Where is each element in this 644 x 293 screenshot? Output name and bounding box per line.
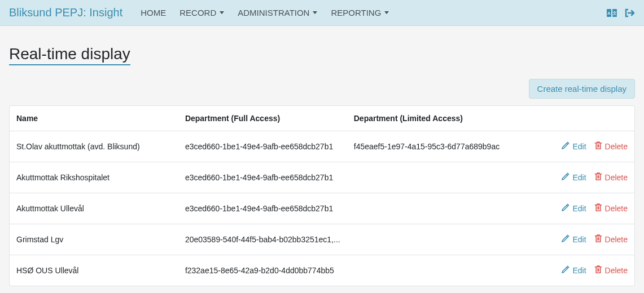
nav-reporting[interactable]: REPORTING bbox=[324, 5, 396, 21]
table-row: Akuttmottak Ullevåle3ced660-1be1-49e4-9a… bbox=[10, 193, 634, 224]
cell-limited-access bbox=[347, 255, 516, 286]
cell-name: Grimstad Lgv bbox=[10, 224, 178, 255]
nav-administration[interactable]: ADMINISTRATION bbox=[231, 5, 324, 21]
cell-full-access: f232ae15-8e65-42a9-b2d0-4dd0bb774bb5 bbox=[178, 255, 347, 286]
cell-full-access: e3ced660-1be1-49e4-9afb-ee658dcb27b1 bbox=[178, 162, 347, 193]
trash-icon bbox=[594, 265, 602, 276]
edit-icon bbox=[561, 234, 569, 245]
chevron-down-icon bbox=[220, 11, 224, 14]
cell-actions: EditDelete bbox=[516, 162, 634, 193]
edit-label: Edit bbox=[572, 266, 586, 275]
edit-label: Edit bbox=[572, 142, 586, 151]
brand[interactable]: Bliksund PEPJ: Insight bbox=[9, 6, 122, 19]
delete-button[interactable]: Delete bbox=[594, 265, 628, 276]
delete-button[interactable]: Delete bbox=[594, 203, 628, 214]
nav-administration-label: ADMINISTRATION bbox=[238, 8, 309, 17]
edit-icon bbox=[561, 203, 569, 214]
nav-record[interactable]: RECORD bbox=[173, 5, 231, 21]
header-actions bbox=[516, 106, 634, 131]
edit-label: Edit bbox=[572, 173, 586, 182]
nav-home-label: HOME bbox=[141, 8, 166, 17]
cell-actions: EditDelete bbox=[516, 255, 634, 286]
trash-icon bbox=[594, 172, 602, 183]
delete-label: Delete bbox=[605, 266, 628, 275]
nav-record-label: RECORD bbox=[179, 8, 216, 17]
svg-text:文: 文 bbox=[612, 11, 617, 16]
header-name: Name bbox=[10, 106, 178, 131]
cell-full-access: 20e03589-540f-44f5-bab4-b02bb3251ec1,... bbox=[178, 224, 347, 255]
chevron-down-icon bbox=[384, 11, 389, 14]
delete-label: Delete bbox=[605, 235, 628, 244]
chevron-down-icon bbox=[313, 11, 317, 14]
table-panel: Name Department (Full Access) Department… bbox=[9, 105, 635, 286]
edit-icon bbox=[561, 172, 569, 183]
cell-full-access: e3ced660-1be1-49e4-9afb-ee658dcb27b1 bbox=[178, 131, 347, 162]
delete-label: Delete bbox=[605, 204, 628, 213]
navbar: Bliksund PEPJ: Insight HOME RECORD ADMIN… bbox=[0, 0, 644, 26]
nav-right: A 文 bbox=[607, 8, 635, 17]
cell-limited-access: f45eaef5-1e97-4a15-95c3-6d77a689b9ac bbox=[347, 131, 516, 162]
delete-label: Delete bbox=[605, 142, 628, 151]
cell-limited-access bbox=[347, 193, 516, 224]
cell-actions: EditDelete bbox=[516, 193, 634, 224]
nav-items: HOME RECORD ADMINISTRATION REPORTING bbox=[134, 5, 607, 21]
edit-icon bbox=[561, 265, 569, 276]
delete-button[interactable]: Delete bbox=[594, 234, 628, 245]
nav-home[interactable]: HOME bbox=[134, 5, 173, 21]
cell-name: HSØ OUS Ullevål bbox=[10, 255, 178, 286]
delete-button[interactable]: Delete bbox=[594, 172, 628, 183]
header-full-access: Department (Full Access) bbox=[178, 106, 347, 131]
cell-limited-access bbox=[347, 224, 516, 255]
logout-icon[interactable] bbox=[625, 8, 635, 17]
table-row: Grimstad Lgv20e03589-540f-44f5-bab4-b02b… bbox=[10, 224, 634, 255]
create-realtime-display-button[interactable]: Create real-time display bbox=[529, 79, 635, 99]
edit-label: Edit bbox=[572, 235, 586, 244]
cell-limited-access bbox=[347, 162, 516, 193]
cell-full-access: e3ced660-1be1-49e4-9afb-ee658dcb27b1 bbox=[178, 193, 347, 224]
toolbar: Create real-time display bbox=[9, 79, 635, 99]
svg-text:A: A bbox=[607, 11, 611, 16]
delete-label: Delete bbox=[605, 173, 628, 182]
cell-name: Akuttmottak Ullevål bbox=[10, 193, 178, 224]
nav-reporting-label: REPORTING bbox=[331, 8, 381, 17]
table-row: HSØ OUS Ullevålf232ae15-8e65-42a9-b2d0-4… bbox=[10, 255, 634, 286]
realtime-table: Name Department (Full Access) Department… bbox=[10, 106, 634, 286]
edit-button[interactable]: Edit bbox=[561, 265, 586, 276]
edit-button[interactable]: Edit bbox=[561, 141, 586, 152]
cell-actions: EditDelete bbox=[516, 131, 634, 162]
header-limited-access: Department (Limited Access) bbox=[347, 106, 516, 131]
trash-icon bbox=[594, 203, 602, 214]
edit-button[interactable]: Edit bbox=[561, 203, 586, 214]
cell-actions: EditDelete bbox=[516, 224, 634, 255]
trash-icon bbox=[594, 234, 602, 245]
page-title: Real-time display bbox=[9, 45, 130, 65]
cell-name: St.Olav akuttmottak (avd. Bliksund) bbox=[10, 131, 178, 162]
edit-label: Edit bbox=[572, 204, 586, 213]
edit-button[interactable]: Edit bbox=[561, 172, 586, 183]
cell-name: Akuttmottak Rikshospitalet bbox=[10, 162, 178, 193]
delete-button[interactable]: Delete bbox=[594, 141, 628, 152]
table-row: St.Olav akuttmottak (avd. Bliksund)e3ced… bbox=[10, 131, 634, 162]
edit-button[interactable]: Edit bbox=[561, 234, 586, 245]
table-row: Akuttmottak Rikshospitalete3ced660-1be1-… bbox=[10, 162, 634, 193]
content: Real-time display Create real-time displ… bbox=[0, 26, 644, 293]
trash-icon bbox=[594, 141, 602, 152]
language-icon[interactable]: A 文 bbox=[607, 9, 617, 17]
edit-icon bbox=[561, 141, 569, 152]
